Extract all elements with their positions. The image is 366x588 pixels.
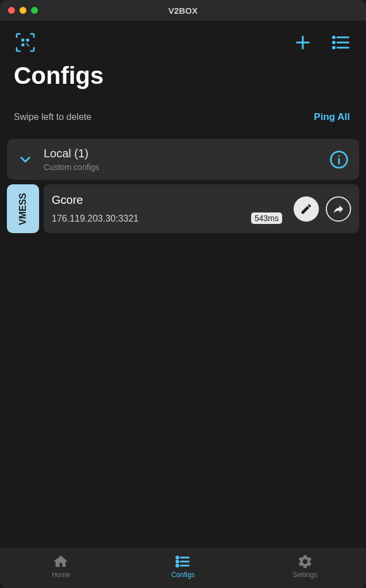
svg-point-9	[333, 42, 335, 44]
svg-rect-3	[26, 44, 28, 45]
config-row: VMESS Gcore 176.119.203.30:3321 543ms	[7, 184, 359, 233]
qr-icon	[14, 31, 37, 54]
nav-settings[interactable]: Settings	[245, 554, 365, 579]
config-address: 176.119.203.30:3321	[52, 214, 251, 224]
traffic-lights	[8, 7, 38, 14]
maximize-window-button[interactable]	[31, 7, 38, 14]
svg-point-7	[333, 37, 335, 38]
configs-icon	[175, 554, 191, 570]
list-icon	[329, 32, 352, 53]
nav-configs[interactable]: Configs	[122, 554, 243, 579]
protocol-tag: VMESS	[7, 184, 39, 233]
svg-rect-0	[21, 38, 24, 41]
minimize-window-button[interactable]	[20, 7, 26, 14]
group-name: Local (1)	[44, 147, 319, 160]
svg-point-11	[333, 47, 335, 49]
page-title: Configs	[0, 59, 366, 100]
app-window: V2BOX	[0, 0, 366, 588]
edit-config-button[interactable]	[294, 196, 319, 222]
svg-rect-4	[28, 45, 29, 47]
plus-icon	[292, 32, 313, 53]
nav-home-label: Home	[52, 571, 70, 579]
config-info: Gcore 176.119.203.30:3321	[52, 194, 251, 224]
hint-row: Swipe left to delete Ping All	[0, 100, 366, 139]
add-config-button[interactable]	[292, 32, 313, 53]
close-window-button[interactable]	[8, 7, 15, 14]
list-view-button[interactable]	[329, 32, 352, 53]
config-name: Gcore	[52, 194, 251, 207]
swipe-hint: Swipe left to delete	[14, 112, 91, 122]
chevron-down-icon	[17, 152, 33, 168]
nav-home[interactable]: Home	[1, 554, 121, 579]
pencil-icon	[300, 203, 313, 215]
ping-all-button[interactable]: Ping All	[314, 111, 350, 123]
topbar	[0, 21, 366, 59]
svg-point-20	[176, 564, 179, 567]
nav-configs-label: Configs	[171, 571, 195, 579]
svg-point-15	[338, 155, 340, 157]
content-area: Local (1) Custom configs VMESS Gcore 176…	[0, 139, 366, 548]
config-card[interactable]: Gcore 176.119.203.30:3321 543ms	[44, 184, 359, 233]
group-header[interactable]: Local (1) Custom configs	[7, 139, 359, 180]
gear-icon	[297, 554, 313, 570]
bottom-nav: Home Configs Settings	[0, 548, 366, 588]
svg-rect-1	[26, 38, 29, 41]
config-actions	[294, 196, 351, 222]
info-icon	[329, 150, 349, 169]
home-icon	[53, 554, 69, 570]
svg-point-18	[176, 560, 179, 563]
group-text: Local (1) Custom configs	[44, 147, 319, 172]
window-title: V2BOX	[168, 6, 198, 16]
titlebar: V2BOX	[0, 0, 366, 21]
group-subtitle: Custom configs	[44, 163, 319, 172]
group-info-button[interactable]	[329, 150, 349, 169]
svg-rect-2	[21, 44, 24, 47]
share-icon	[332, 203, 345, 215]
share-config-button[interactable]	[326, 196, 351, 222]
ping-badge: 543ms	[251, 212, 282, 224]
qr-scan-button[interactable]	[14, 31, 37, 54]
nav-settings-label: Settings	[292, 571, 317, 579]
svg-point-16	[176, 556, 179, 559]
